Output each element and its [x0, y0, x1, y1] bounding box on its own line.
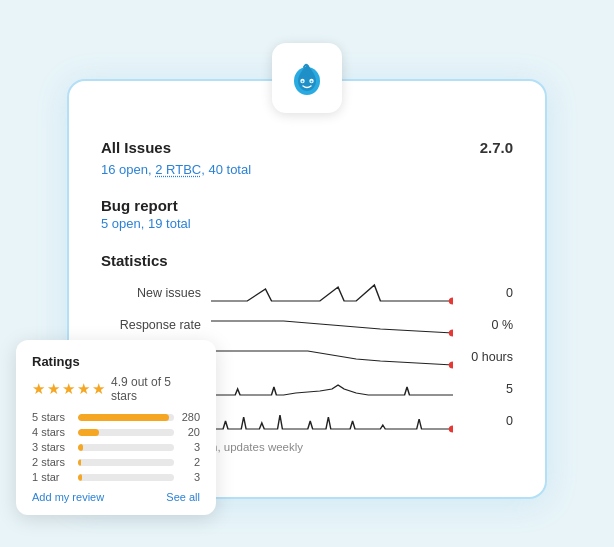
bar-fill-5	[78, 414, 169, 421]
all-issues-subtitle: 16 open, 2 RTBC, 40 total	[101, 160, 513, 180]
stat-chart-first-response	[211, 343, 453, 371]
stat-label-new-issues: New issues	[101, 286, 211, 300]
bar-track-1	[78, 474, 174, 481]
svg-point-7	[449, 361, 453, 368]
ratings-footer: Add my review See all	[32, 491, 200, 503]
comma2: , 40 total	[201, 162, 251, 177]
rating-bar-2stars: 2 stars 2	[32, 456, 200, 468]
version-badge: 2.7.0	[480, 139, 513, 156]
stat-value-new-issues: 0	[453, 286, 513, 300]
drupal-logo	[272, 43, 342, 113]
stat-value-first-response: 0 hours	[453, 350, 513, 364]
outer-container: All Issues 2.7.0 16 open, 2 RTBC, 40 tot…	[0, 0, 614, 547]
bar-count-5: 280	[178, 411, 200, 423]
stars-row: ★ ★ ★ ★ ★ 4.9 out of 5 stars	[32, 375, 200, 403]
stat-chart-new-issues	[211, 279, 453, 307]
svg-point-4	[311, 80, 313, 82]
ratings-title: Ratings	[32, 354, 200, 369]
sparkline-response-rate	[211, 311, 453, 339]
stat-chart-participants	[211, 407, 453, 435]
star-3: ★	[62, 380, 75, 398]
svg-point-3	[302, 80, 304, 82]
star-1: ★	[32, 380, 45, 398]
bug-report-section: Bug report 5 open, 19 total	[101, 197, 513, 234]
rating-bar-1star: 1 star 3	[32, 471, 200, 483]
all-issues-section: All Issues 2.7.0 16 open, 2 RTBC, 40 tot…	[101, 139, 513, 180]
bug-open[interactable]: 5 open	[101, 216, 141, 231]
bar-track-3	[78, 444, 174, 451]
add-review-link[interactable]: Add my review	[32, 491, 104, 503]
svg-point-8	[449, 425, 453, 432]
stat-chart-open-bugs	[211, 375, 453, 403]
bar-label-1: 1 star	[32, 471, 74, 483]
bar-fill-4	[78, 429, 99, 436]
bar-label-4: 4 stars	[32, 426, 74, 438]
sparkline-first-response	[211, 343, 453, 371]
star-2: ★	[47, 380, 60, 398]
see-all-link[interactable]: See all	[166, 491, 200, 503]
stat-row-response-rate: Response rate 0 %	[101, 311, 513, 339]
stat-value-open-bugs: 5	[453, 382, 513, 396]
star-5: ★	[92, 380, 105, 398]
bar-count-2: 2	[178, 456, 200, 468]
rating-bar-3stars: 3 stars 3	[32, 441, 200, 453]
open-count[interactable]: 16 open	[101, 162, 148, 177]
bar-track-5	[78, 414, 174, 421]
bug-report-title: Bug report	[101, 197, 513, 214]
bar-count-3: 3	[178, 441, 200, 453]
bar-label-2: 2 stars	[32, 456, 74, 468]
bug-report-subtitle: 5 open, 19 total	[101, 214, 513, 234]
bar-fill-1	[78, 474, 82, 481]
rtbc-count[interactable]: 2 RTBC	[155, 162, 201, 177]
bar-fill-3	[78, 444, 83, 451]
star-4: ★	[77, 380, 90, 398]
bar-count-4: 20	[178, 426, 200, 438]
stat-label-response-rate: Response rate	[101, 318, 211, 332]
sparkline-new-issues	[211, 279, 453, 307]
stat-value-participants: 0	[453, 414, 513, 428]
all-issues-header: All Issues 2.7.0	[101, 139, 513, 156]
svg-point-5	[449, 297, 453, 304]
all-issues-title: All Issues	[101, 139, 171, 156]
statistics-title: Statistics	[101, 252, 513, 269]
rating-bar-4stars: 4 stars 20	[32, 426, 200, 438]
rating-avg: 4.9 out of 5 stars	[111, 375, 200, 403]
drupal-logo-svg	[284, 55, 330, 101]
rating-bar-5stars: 5 stars 280	[32, 411, 200, 423]
bar-label-5: 5 stars	[32, 411, 74, 423]
svg-point-6	[449, 329, 453, 336]
stat-value-response-rate: 0 %	[453, 318, 513, 332]
bar-track-2	[78, 459, 174, 466]
bar-count-1: 3	[178, 471, 200, 483]
sparkline-participants	[211, 407, 453, 435]
bar-track-4	[78, 429, 174, 436]
stat-row-new-issues: New issues 0	[101, 279, 513, 307]
stat-chart-response-rate	[211, 311, 453, 339]
sparkline-open-bugs	[211, 375, 453, 403]
ratings-card: Ratings ★ ★ ★ ★ ★ 4.9 out of 5 stars 5 s…	[16, 340, 216, 515]
bar-label-3: 3 stars	[32, 441, 74, 453]
bar-fill-2	[78, 459, 81, 466]
